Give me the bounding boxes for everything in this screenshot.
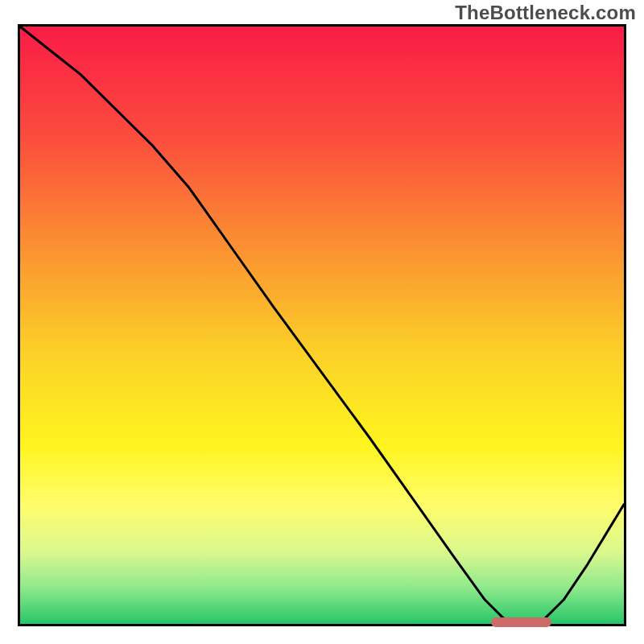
chart-container: TheBottleneck.com — [0, 0, 644, 644]
watermark-text: TheBottleneck.com — [455, 2, 636, 24]
bottleneck-curve — [20, 27, 624, 624]
selected-range-marker — [491, 617, 551, 627]
plot-area — [20, 27, 624, 624]
plot-frame — [18, 24, 626, 626]
